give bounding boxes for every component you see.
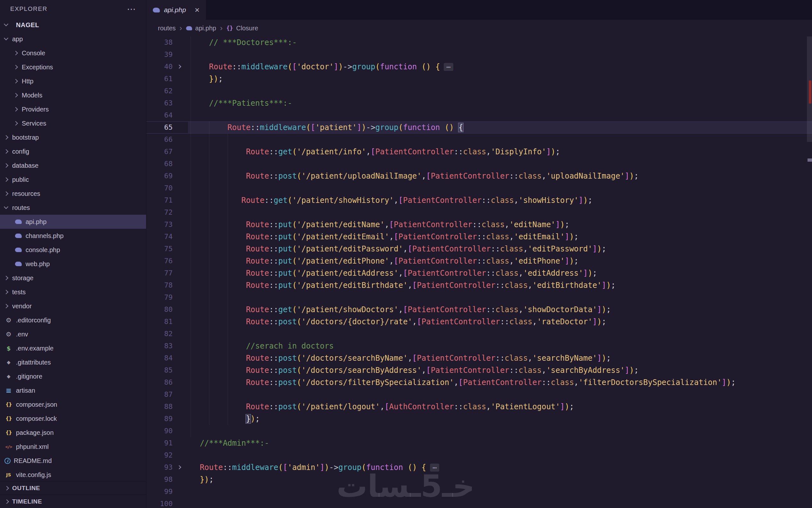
tree-item-phpunit-xml[interactable]: </>phpunit.xml [0, 439, 146, 454]
tree-item-bootstrap[interactable]: bootstrap [0, 130, 146, 144]
code-line-82[interactable]: 82 [147, 328, 812, 340]
more-actions-icon[interactable]: ⋯ [127, 4, 136, 14]
code-line-87[interactable]: 87 [147, 388, 812, 400]
code-line-86[interactable]: 86 Route::post('/doctors/filterBySpecial… [147, 376, 812, 388]
code-line-92[interactable]: 92 [147, 449, 812, 461]
tree-item-public[interactable]: public [0, 173, 146, 186]
tree-item-app[interactable]: app [0, 32, 146, 46]
code-line-74[interactable]: 74 Route::put('/patient/editEmail',[Pati… [147, 231, 812, 243]
token: PatientController [417, 354, 495, 363]
tree-item-tests[interactable]: tests [0, 285, 146, 299]
fold-chevron-icon[interactable] [177, 65, 181, 69]
code-line-83[interactable]: 83 //serach in doctors [147, 340, 812, 352]
breadcrumb-item-routes[interactable]: routes [158, 25, 176, 32]
tree-item-web-php[interactable]: web.php [0, 257, 146, 271]
fold-gutter [173, 437, 188, 449]
breadcrumb-item-closure[interactable]: Closure [236, 25, 258, 32]
overview-mark [809, 81, 811, 103]
tree-item--editorconfig[interactable]: ⚙.editorconfig [0, 313, 146, 327]
code-line-65[interactable]: 65 Route::middleware(['patient'])->group… [147, 121, 812, 133]
token: PatientController [398, 257, 477, 265]
tree-item--env-example[interactable]: $.env.example [0, 341, 146, 355]
code-line-64[interactable]: 64 [147, 109, 812, 121]
tree-item-channels-php[interactable]: channels.php [0, 229, 146, 243]
tree-item-vendor[interactable]: vendor [0, 299, 146, 313]
tree-item-label: .env.example [16, 345, 53, 352]
tree-item-resources[interactable]: resources [0, 186, 146, 201]
code-line-90[interactable]: 90 [147, 425, 812, 437]
code-line-81[interactable]: 81 Route::post('/doctors/{doctor}/rate',… [147, 316, 812, 328]
tree-item-artisan[interactable]: ≡artisan [0, 383, 146, 397]
fold-gutter[interactable] [173, 461, 188, 473]
code-line-66[interactable]: 66 [147, 133, 812, 146]
code-line-40[interactable]: 40 Route::middleware(['doctor'])->group(… [147, 61, 812, 73]
editor[interactable]: 38 // ***Doctores***:-3940 Route::middle… [147, 36, 812, 508]
code-line-76[interactable]: 76 Route::put('/patient/editPhone',[Pati… [147, 255, 812, 267]
tree-item-readme-md[interactable]: iREADME.md [0, 454, 146, 468]
code-line-72[interactable]: 72 [147, 206, 812, 218]
tree-item--gitignore[interactable]: ◆.gitignore [0, 369, 146, 383]
tree-item-database[interactable]: database [0, 159, 146, 173]
token: () [408, 463, 417, 472]
tree-item-services[interactable]: Services [0, 116, 146, 130]
code-line-85[interactable]: 85 Route::post('/doctors/searchByAddress… [147, 364, 812, 376]
code-line-61[interactable]: 61 }); [147, 73, 812, 85]
line-number: 88 [147, 400, 173, 413]
tree-item-http[interactable]: Http [0, 74, 146, 88]
code-line-67[interactable]: 67 Route::get('/patient/info',[PatientCo… [147, 146, 812, 158]
indent-guide [228, 291, 228, 303]
breadcrumb-item-file[interactable]: api.php [195, 25, 216, 32]
tab-api-php[interactable]: api.php × [147, 0, 206, 20]
code-line-78[interactable]: 78 Route::put('/patient/editBirthdate',[… [147, 279, 812, 291]
code-line-100[interactable]: 100 [147, 498, 812, 508]
fold-chevron-icon[interactable] [177, 465, 181, 469]
outline-section-header[interactable]: OUTLINE [0, 481, 146, 495]
timeline-section-header[interactable]: TIMELINE [0, 495, 146, 508]
tree-item-package-json[interactable]: {}package.json [0, 426, 146, 439]
token: '/patient/uploadNailImage' [301, 172, 422, 180]
code-line-69[interactable]: 69 Route::post('/patient/uploadNailImage… [147, 170, 812, 182]
token: }) [209, 75, 218, 83]
code-line-63[interactable]: 63 //***Patients***:- [147, 97, 812, 109]
tree-item-console[interactable]: Console [0, 46, 146, 60]
tree-item-models[interactable]: Models [0, 88, 146, 102]
token: [ [384, 402, 389, 411]
indent-guide [191, 364, 191, 376]
tree-item-composer-json[interactable]: {}composer.json [0, 397, 146, 412]
code-line-79[interactable]: 79 [147, 291, 812, 303]
fold-gutter[interactable] [173, 61, 188, 73]
tree-item-routes[interactable]: routes [0, 201, 146, 215]
tree-item-exceptions[interactable]: Exceptions [0, 60, 146, 74]
code-line-38[interactable]: 38 // ***Doctores***:- [147, 36, 812, 49]
tree-item-composer-lock[interactable]: {}composer.lock [0, 412, 146, 426]
tree-item--env[interactable]: ⚙.env [0, 327, 146, 341]
tree-item-providers[interactable]: Providers [0, 102, 146, 116]
code-text [188, 449, 812, 461]
tree-item-vite-config-js[interactable]: JSvite.config.js [0, 468, 146, 481]
code-line-80[interactable]: 80 Route::get('/patient/showDoctors',[Pa… [147, 303, 812, 316]
code-line-98[interactable]: 98 }); [147, 473, 812, 485]
tree-item--gitattributes[interactable]: ◆.gitattributes [0, 355, 146, 369]
tree-item-api-php[interactable]: api.php [0, 215, 146, 229]
tree-item-config[interactable]: config [0, 144, 146, 159]
code-line-77[interactable]: 77 Route::put('/patient/editAddress',[Pa… [147, 267, 812, 279]
code-line-71[interactable]: 71 Route::get('/patient/showHistory',[Pa… [147, 194, 812, 206]
tree-item-console-php[interactable]: console.php [0, 243, 146, 257]
code-line-75[interactable]: 75 Route::put('/patient/editPassword',[P… [147, 243, 812, 255]
code-line-68[interactable]: 68 [147, 158, 812, 170]
code-line-62[interactable]: 62 [147, 85, 812, 97]
token: ] [579, 196, 583, 205]
code-line-91[interactable]: 91 //***Admin***:- [147, 437, 812, 449]
code-line-88[interactable]: 88 Route::post('/patient/logout',[AuthCo… [147, 400, 812, 413]
code-line-99[interactable]: 99 [147, 485, 812, 498]
token: :: [251, 123, 260, 132]
project-root-header[interactable]: NAGEL [0, 18, 146, 32]
code-line-39[interactable]: 39 [147, 49, 812, 61]
code-line-93[interactable]: 93 Route::middleware(['admin'])->group(f… [147, 461, 812, 473]
close-icon[interactable]: × [195, 6, 200, 14]
code-line-73[interactable]: 73 Route::put('/patient/editName',[Patie… [147, 218, 812, 231]
tree-item-storage[interactable]: storage [0, 271, 146, 285]
code-line-89[interactable]: 89 }); [147, 413, 812, 425]
code-line-70[interactable]: 70 [147, 182, 812, 194]
code-line-84[interactable]: 84 Route::post('/doctors/searchByName',[… [147, 352, 812, 364]
